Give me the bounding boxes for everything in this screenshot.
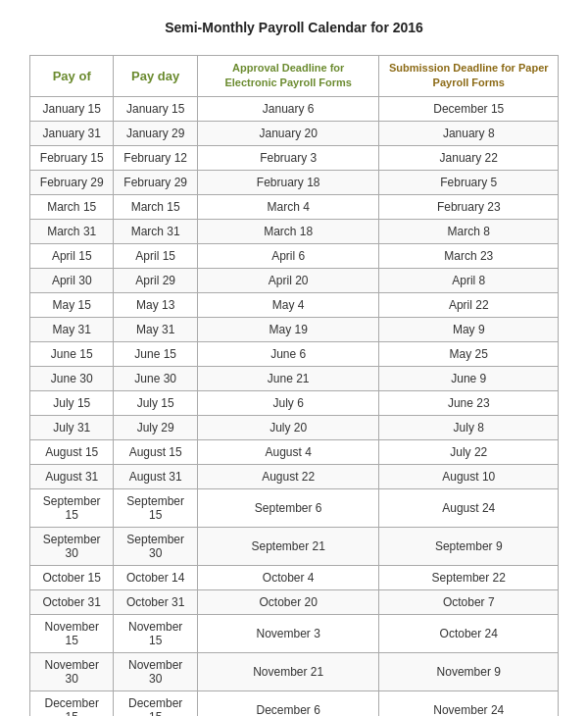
table-cell: June 15 [30, 341, 114, 366]
table-cell: July 15 [30, 390, 114, 415]
table-cell: January 15 [114, 96, 197, 121]
table-cell: June 15 [114, 341, 197, 366]
table-cell: March 31 [114, 219, 197, 243]
table-cell: November 15 [30, 614, 114, 652]
table-row: December 15December 15December 6November… [30, 690, 559, 716]
table-cell: June 6 [197, 341, 379, 366]
table-cell: August 24 [379, 488, 559, 527]
table-cell: May 4 [197, 292, 379, 317]
table-row: July 15July 15July 6June 23 [30, 390, 559, 415]
table-row: January 31January 29January 20January 8 [30, 121, 559, 145]
table-cell: February 12 [114, 145, 197, 170]
table-row: March 15March 15March 4February 23 [30, 194, 559, 219]
table-row: November 15November 15November 3October … [30, 614, 559, 652]
page-title: Semi-Monthly Payroll Calendar for 2016 [29, 20, 559, 35]
table-cell: February 18 [197, 170, 379, 194]
table-cell: October 31 [114, 589, 197, 614]
table-cell: June 30 [30, 366, 114, 390]
table-cell: April 8 [379, 268, 559, 292]
table-cell: January 15 [30, 96, 114, 121]
table-cell: June 30 [114, 366, 197, 390]
payroll-table: Pay of Pay day Approval Deadline for Ele… [29, 55, 559, 716]
table-cell: May 13 [114, 292, 197, 317]
table-cell: January 22 [379, 145, 559, 170]
table-row: September 15September 15September 6Augus… [30, 488, 559, 527]
table-cell: March 23 [379, 243, 559, 268]
table-cell: May 19 [197, 317, 379, 341]
table-cell: July 15 [114, 390, 197, 415]
table-cell: May 31 [30, 317, 114, 341]
table-cell: February 15 [30, 145, 114, 170]
table-row: January 15January 15January 6December 15 [30, 96, 559, 121]
table-cell: April 30 [30, 268, 114, 292]
header-approval: Approval Deadline for Electronic Payroll… [197, 56, 379, 97]
table-cell: February 3 [197, 145, 379, 170]
table-cell: May 9 [379, 317, 559, 341]
table-cell: July 22 [379, 439, 559, 464]
table-cell: March 8 [379, 219, 559, 243]
table-cell: April 20 [197, 268, 379, 292]
table-row: July 31July 29July 20July 8 [30, 415, 559, 439]
table-row: February 15February 12February 3January … [30, 145, 559, 170]
table-cell: June 9 [379, 366, 559, 390]
header-submission: Submission Deadline for Paper Payroll Fo… [379, 56, 559, 97]
table-cell: December 6 [197, 690, 379, 716]
table-cell: December 15 [114, 690, 197, 716]
table-row: April 15April 15April 6March 23 [30, 243, 559, 268]
table-cell: November 24 [379, 690, 559, 716]
table-cell: October 14 [114, 565, 197, 589]
table-cell: January 29 [114, 121, 197, 145]
table-cell: April 29 [114, 268, 197, 292]
table-cell: September 6 [197, 488, 379, 527]
table-cell: August 10 [379, 464, 559, 488]
table-row: February 29February 29February 18Februar… [30, 170, 559, 194]
table-cell: November 21 [197, 652, 379, 690]
table-row: August 15August 15August 4July 22 [30, 439, 559, 464]
table-cell: October 15 [30, 565, 114, 589]
table-cell: March 15 [114, 194, 197, 219]
table-cell: July 20 [197, 415, 379, 439]
header-payof: Pay of [30, 56, 114, 97]
table-cell: May 15 [30, 292, 114, 317]
table-cell: August 22 [197, 464, 379, 488]
table-cell: September 15 [114, 488, 197, 527]
table-cell: September 30 [114, 527, 197, 565]
table-cell: November 9 [379, 652, 559, 690]
table-cell: September 30 [30, 527, 114, 565]
header-payday: Pay day [114, 56, 197, 97]
table-cell: August 31 [114, 464, 197, 488]
table-cell: October 24 [379, 614, 559, 652]
table-cell: February 29 [114, 170, 197, 194]
table-cell: May 25 [379, 341, 559, 366]
table-cell: April 22 [379, 292, 559, 317]
table-cell: August 4 [197, 439, 379, 464]
table-cell: January 20 [197, 121, 379, 145]
table-cell: March 4 [197, 194, 379, 219]
table-cell: February 23 [379, 194, 559, 219]
table-cell: November 30 [30, 652, 114, 690]
table-cell: January 8 [379, 121, 559, 145]
table-row: May 15May 13May 4April 22 [30, 292, 559, 317]
table-cell: September 22 [379, 565, 559, 589]
table-cell: January 31 [30, 121, 114, 145]
table-cell: April 6 [197, 243, 379, 268]
table-cell: March 15 [30, 194, 114, 219]
table-cell: July 6 [197, 390, 379, 415]
table-cell: July 31 [30, 415, 114, 439]
table-cell: June 21 [197, 366, 379, 390]
table-cell: May 31 [114, 317, 197, 341]
table-row: October 15October 14October 4September 2… [30, 565, 559, 589]
table-cell: November 30 [114, 652, 197, 690]
table-row: June 30June 30June 21June 9 [30, 366, 559, 390]
table-cell: September 21 [197, 527, 379, 565]
table-row: June 15June 15June 6May 25 [30, 341, 559, 366]
table-cell: June 23 [379, 390, 559, 415]
table-row: May 31May 31May 19May 9 [30, 317, 559, 341]
table-row: April 30April 29April 20April 8 [30, 268, 559, 292]
table-cell: March 18 [197, 219, 379, 243]
table-cell: February 29 [30, 170, 114, 194]
table-cell: April 15 [30, 243, 114, 268]
table-cell: October 4 [197, 565, 379, 589]
table-cell: December 15 [379, 96, 559, 121]
table-cell: October 31 [30, 589, 114, 614]
